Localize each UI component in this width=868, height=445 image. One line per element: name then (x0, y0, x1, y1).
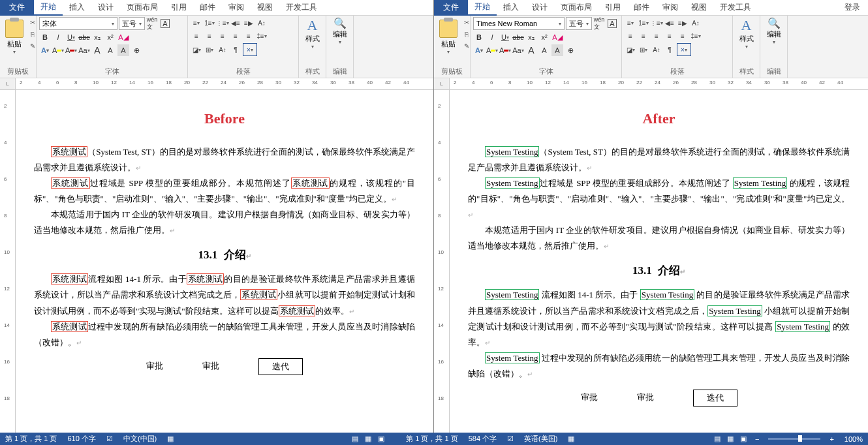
tab-insert[interactable]: 插入 (497, 0, 525, 16)
styles-btn[interactable]: 样式 (305, 34, 320, 44)
enclose-char-icon[interactable]: ⊕ (565, 44, 576, 56)
text-direction-icon[interactable]: A↕ (690, 17, 702, 29)
paste-button[interactable]: 粘贴 ▾ (437, 17, 460, 65)
macro-icon[interactable]: ▦ (563, 435, 580, 443)
tab-layout[interactable]: 页面布局 (120, 0, 164, 16)
highlight-icon[interactable]: A▾ (52, 44, 64, 56)
horizontal-ruler[interactable]: L 24681012141618202224262830323436384042… (434, 78, 868, 90)
font-color-icon[interactable]: A▾ (499, 44, 511, 56)
multilevel-icon[interactable]: ⋮≡▾ (217, 17, 228, 29)
numbering-icon[interactable]: 1≡▾ (204, 17, 215, 29)
spellcheck-icon[interactable]: ☑ (101, 435, 118, 443)
decrease-indent-icon[interactable]: ◀≡ (230, 17, 241, 29)
align-justify-icon[interactable]: ≡ (230, 30, 241, 42)
view-read-icon[interactable]: ▤ (711, 435, 724, 444)
sort-icon[interactable]: A↕ (651, 44, 662, 55)
find-icon[interactable]: 🔍 (767, 17, 781, 29)
tab-view[interactable]: 视图 (251, 0, 279, 16)
font-color-icon[interactable]: A▾ (65, 44, 77, 56)
phonetic-guide-icon[interactable]: wén文 (146, 18, 158, 29)
tab-developer[interactable]: 开发工具 (279, 0, 324, 16)
align-right-icon[interactable]: ≡ (217, 30, 228, 42)
tab-mailings[interactable]: 邮件 (193, 0, 222, 16)
shading-icon[interactable]: ◪▾ (191, 44, 202, 55)
strike-button[interactable]: abc (512, 31, 524, 43)
tab-home[interactable]: 开始 (468, 0, 497, 16)
macro-icon[interactable]: ▦ (162, 435, 179, 443)
font-size-select[interactable]: 五号▾ (119, 17, 145, 30)
status-words[interactable]: 610 个字 (62, 434, 101, 444)
underline-button[interactable]: U ▾ (65, 31, 77, 43)
page[interactable]: After System Testing（System Test, ST）的目的… (450, 90, 868, 433)
text-effects-icon[interactable]: A▾ (39, 44, 51, 56)
font-size-select[interactable]: 五号▾ (566, 17, 592, 30)
increase-indent-icon[interactable]: ≡▶ (243, 17, 255, 29)
tab-insert[interactable]: 插入 (63, 0, 91, 16)
align-center-icon[interactable]: ≡ (204, 30, 215, 42)
font-name-select[interactable]: Times New Roman▾ (473, 17, 565, 30)
align-distribute-icon[interactable]: ≡ (677, 30, 689, 42)
change-case-icon[interactable]: Aa▾ (512, 44, 524, 56)
italic-button[interactable]: I (52, 31, 64, 43)
highlight-icon[interactable]: A▾ (486, 44, 498, 56)
view-read-icon[interactable]: ▤ (349, 435, 362, 444)
styles-icon[interactable]: A (741, 17, 752, 34)
show-marks-icon[interactable]: ¶ (664, 44, 675, 55)
styles-btn[interactable]: 样式 (739, 34, 754, 44)
edit-btn[interactable]: 编辑 (333, 29, 347, 39)
bold-button[interactable]: B (39, 31, 51, 43)
zoom-out-icon[interactable]: − (750, 435, 764, 443)
sort-icon[interactable]: A↕ (217, 44, 228, 55)
grow-font-icon[interactable]: A (91, 44, 103, 56)
tab-mailings[interactable]: 邮件 (627, 0, 656, 16)
login-button[interactable]: 登录 (837, 2, 868, 13)
subscript-button[interactable]: x₂ (525, 31, 537, 43)
status-words[interactable]: 584 个字 (463, 434, 502, 444)
multilevel-icon[interactable]: ⋮≡▾ (651, 17, 662, 29)
strike-button[interactable]: abc (78, 31, 90, 43)
align-distribute-icon[interactable]: ≡ (243, 30, 255, 42)
shrink-font-icon[interactable]: A (538, 44, 550, 56)
align-left-icon[interactable]: ≡ (191, 30, 202, 42)
char-shading-icon[interactable]: A (117, 44, 129, 56)
align-left-icon[interactable]: ≡ (625, 30, 636, 42)
tab-review[interactable]: 审阅 (656, 0, 685, 16)
borders-icon[interactable]: ⊞▾ (204, 44, 215, 55)
tab-review[interactable]: 审阅 (222, 0, 251, 16)
styles-icon[interactable]: A (307, 17, 318, 34)
status-page[interactable]: 第 1 页，共 1 页 (401, 434, 463, 444)
shading-icon[interactable]: ◪▾ (625, 44, 636, 55)
align-center-icon[interactable]: ≡ (638, 30, 649, 42)
enclose-char-icon[interactable]: ⊕ (131, 44, 142, 56)
spellcheck-icon[interactable]: ☑ (502, 435, 519, 443)
tab-layout[interactable]: 页面布局 (554, 0, 598, 16)
horizontal-ruler[interactable]: L 24681012141618202224262830323436384042… (0, 78, 433, 90)
line-spacing-icon[interactable]: ‡≡▾ (256, 30, 268, 42)
italic-button[interactable]: I (486, 31, 498, 43)
edit-btn[interactable]: 编辑 (767, 29, 781, 39)
char-border-icon[interactable]: A (606, 18, 618, 29)
show-marks-icon[interactable]: ¶ (230, 44, 241, 55)
line-spacing-icon[interactable]: ‡≡▾ (690, 30, 702, 42)
underline-button[interactable]: U ▾ (499, 31, 511, 43)
paste-button[interactable]: 粘贴 ▾ (3, 17, 26, 65)
zoom-value[interactable]: 100% (839, 435, 868, 443)
asian-layout-icon[interactable]: ×▾ (677, 43, 691, 56)
bold-button[interactable]: B (473, 31, 485, 43)
tab-view[interactable]: 视图 (685, 0, 713, 16)
view-print-icon[interactable]: ▦ (724, 435, 737, 444)
grow-font-icon[interactable]: A (525, 44, 537, 56)
decrease-indent-icon[interactable]: ◀≡ (664, 17, 675, 29)
view-web-icon[interactable]: ▣ (737, 435, 750, 444)
tab-home[interactable]: 开始 (34, 0, 63, 16)
shrink-font-icon[interactable]: A (104, 44, 116, 56)
superscript-button[interactable]: x² (538, 31, 550, 43)
char-shading-icon[interactable]: A (551, 44, 563, 56)
status-lang[interactable]: 英语(美国) (519, 434, 563, 444)
tab-developer[interactable]: 开发工具 (713, 0, 758, 16)
phonetic-guide-icon[interactable]: wén文 (593, 18, 605, 29)
view-print-icon[interactable]: ▦ (362, 435, 375, 444)
tab-references[interactable]: 引用 (598, 0, 627, 16)
text-effects-icon[interactable]: A▾ (473, 44, 485, 56)
align-right-icon[interactable]: ≡ (651, 30, 662, 42)
